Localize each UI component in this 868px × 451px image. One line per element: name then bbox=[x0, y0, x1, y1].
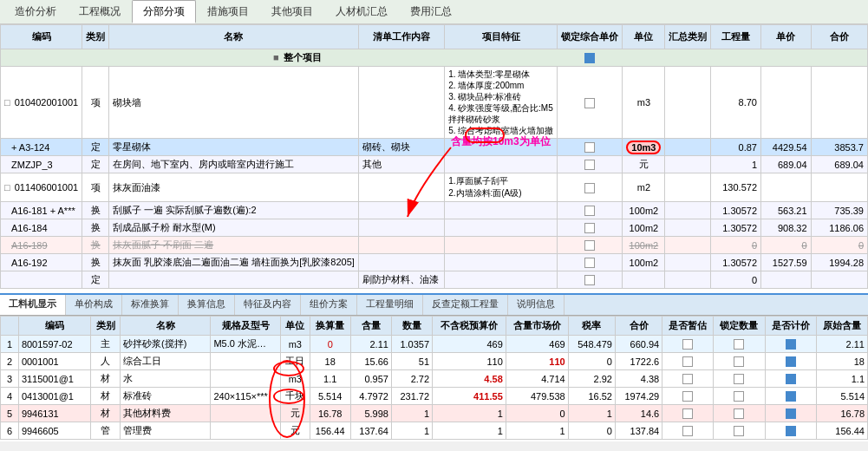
cell-market[interactable]: 110 bbox=[506, 353, 568, 370]
cell-converted[interactable]: 156.44 bbox=[310, 422, 350, 440]
cell-market[interactable]: 1 bbox=[506, 422, 568, 440]
nav-labor-material[interactable]: 人材机汇总 bbox=[324, 0, 399, 23]
nav-measures[interactable]: 措施项目 bbox=[196, 0, 260, 23]
cell-istemp[interactable] bbox=[662, 353, 714, 370]
cell-istemp[interactable] bbox=[662, 388, 714, 405]
cell-name[interactable]: 标准砖 bbox=[121, 388, 211, 405]
nav-project-overview[interactable]: 工程概况 bbox=[68, 0, 132, 23]
cell-name[interactable]: 砌块墙 bbox=[109, 67, 359, 139]
cell-name[interactable]: 抹灰面腻子 不刷面 二遍 bbox=[109, 237, 359, 254]
cell-qty-val[interactable]: 1 bbox=[391, 405, 432, 422]
cell-ispriced[interactable] bbox=[765, 388, 816, 405]
cell-name[interactable]: 零星砌体 bbox=[109, 139, 359, 156]
tab-features-content[interactable]: 特征及内容 bbox=[235, 295, 301, 315]
cell-market[interactable]: 469 bbox=[506, 336, 568, 353]
cell-qty-val[interactable]: 1 bbox=[391, 422, 432, 440]
tab-reverse-query[interactable]: 反查定额工程量 bbox=[423, 295, 508, 315]
cell-locked[interactable] bbox=[558, 173, 623, 202]
cell-ispriced[interactable] bbox=[765, 336, 816, 353]
cell-amount[interactable]: 137.64 bbox=[350, 422, 391, 440]
cell-qty-val[interactable]: 1.0357 bbox=[391, 336, 432, 353]
cell-qty-val[interactable]: 51 bbox=[391, 353, 432, 370]
cell-notax[interactable]: 469 bbox=[433, 336, 506, 353]
cell-qty-val[interactable]: 2.72 bbox=[391, 370, 432, 388]
cell-name[interactable]: 抹灰面油漆 bbox=[109, 173, 359, 202]
cell-qty[interactable]: 130.572 bbox=[711, 173, 761, 202]
cell-lockqty[interactable] bbox=[714, 370, 765, 388]
cell-market[interactable]: 4.714 bbox=[506, 370, 568, 388]
tab-unit-price[interactable]: 单价构成 bbox=[66, 295, 122, 315]
cell-price[interactable]: 1527.59 bbox=[761, 254, 812, 271]
cell-notax[interactable]: 1 bbox=[433, 422, 506, 440]
cell-notax[interactable]: 411.55 bbox=[433, 388, 506, 405]
cell-locked[interactable] bbox=[558, 67, 623, 139]
cell-qty[interactable]: 1.30572 bbox=[711, 202, 761, 219]
cell-name[interactable]: 抹灰面 乳胶漆底油二遍面油二遍 墙柱面换为[乳胶漆8205] bbox=[109, 254, 359, 271]
cell-amount[interactable]: 0.957 bbox=[350, 370, 391, 388]
cell-name[interactable]: 综合工日 bbox=[121, 353, 211, 370]
cell-locked[interactable] bbox=[558, 237, 623, 254]
cell-locked[interactable] bbox=[558, 219, 623, 237]
cell-market[interactable]: 479.538 bbox=[506, 388, 568, 405]
expand-row2-btn[interactable]: □ bbox=[4, 182, 10, 193]
cell-price[interactable]: 908.32 bbox=[761, 219, 812, 237]
cell-lockqty[interactable] bbox=[714, 388, 765, 405]
cell-ispriced[interactable] bbox=[765, 353, 816, 370]
nav-sections[interactable]: 分部分项 bbox=[132, 0, 196, 23]
nav-cost-summary[interactable]: 费用汇总 bbox=[399, 0, 463, 23]
cell-lockqty[interactable] bbox=[714, 405, 765, 422]
cell-qty[interactable]: 0.87 bbox=[711, 139, 761, 156]
cell-locked[interactable] bbox=[558, 254, 623, 271]
cell-qty[interactable]: 8.70 bbox=[711, 67, 761, 139]
cell-amount[interactable]: 2.11 bbox=[350, 336, 391, 353]
cell-amount[interactable]: 5.998 bbox=[350, 405, 391, 422]
cell-qty[interactable]: 1 bbox=[711, 156, 761, 173]
cell-converted[interactable]: 1.1 bbox=[310, 370, 350, 388]
cell-istemp[interactable] bbox=[662, 336, 714, 353]
tab-description[interactable]: 说明信息 bbox=[508, 295, 565, 315]
cell-qty[interactable]: 0 bbox=[711, 271, 761, 289]
cell-name[interactable]: 水 bbox=[121, 370, 211, 388]
cell-notax[interactable]: 110 bbox=[433, 353, 506, 370]
cell-converted[interactable]: 16.78 bbox=[310, 405, 350, 422]
cell-name[interactable] bbox=[109, 271, 359, 289]
cell-price[interactable]: 0 bbox=[761, 237, 812, 254]
cell-locked[interactable] bbox=[558, 156, 623, 173]
cell-name[interactable]: 在房间、地下室内、房内或暗室内进行施工 bbox=[109, 156, 359, 173]
tab-standard-conversion[interactable]: 标准换算 bbox=[122, 295, 179, 315]
cell-ispriced[interactable] bbox=[765, 370, 816, 388]
cell-locked[interactable] bbox=[558, 139, 623, 156]
cell-price[interactable]: 689.04 bbox=[761, 156, 812, 173]
cell-name[interactable]: 其他材料费 bbox=[121, 405, 211, 422]
cell-lockqty[interactable] bbox=[714, 336, 765, 353]
tab-labor-machine[interactable]: 工料机显示 bbox=[0, 295, 66, 315]
cell-lockqty[interactable] bbox=[714, 353, 765, 370]
cell-lockqty[interactable] bbox=[714, 422, 765, 440]
cell-locked[interactable] bbox=[558, 202, 623, 219]
cell-istemp[interactable] bbox=[662, 370, 714, 388]
cell-amount[interactable]: 15.66 bbox=[350, 353, 391, 370]
expand-group-btn[interactable]: ■ bbox=[273, 52, 279, 62]
cell-locked[interactable] bbox=[558, 271, 623, 289]
cell-price[interactable]: 563.21 bbox=[761, 202, 812, 219]
nav-cost-analysis[interactable]: 造价分析 bbox=[3, 0, 68, 23]
cell-converted[interactable]: 5.514 bbox=[310, 388, 350, 405]
cell-qty-val[interactable]: 231.72 bbox=[391, 388, 432, 405]
tab-qty-detail[interactable]: 工程量明细 bbox=[357, 295, 423, 315]
cell-converted[interactable]: 18 bbox=[310, 353, 350, 370]
tab-pricing-plan[interactable]: 组价方案 bbox=[301, 295, 357, 315]
cell-amount[interactable]: 4.7972 bbox=[350, 388, 391, 405]
cell-qty[interactable]: 1.30572 bbox=[711, 219, 761, 237]
cell-notax[interactable]: 4.58 bbox=[433, 370, 506, 388]
cell-market[interactable]: 0 bbox=[506, 405, 568, 422]
tab-conversion-info[interactable]: 换算信息 bbox=[179, 295, 235, 315]
cell-ispriced[interactable] bbox=[765, 422, 816, 440]
cell-name[interactable]: 管理费 bbox=[121, 422, 211, 440]
nav-other[interactable]: 其他项目 bbox=[260, 0, 324, 23]
cell-ispriced[interactable] bbox=[765, 405, 816, 422]
cell-converted[interactable]: 0 bbox=[310, 336, 350, 353]
cell-name[interactable]: 刮腻子 一遍 实际刮腻子遍数(遍):2 bbox=[109, 202, 359, 219]
cell-name[interactable]: 刮成品腻子粉 耐水型(M) bbox=[109, 219, 359, 237]
cell-qty[interactable]: 0 bbox=[711, 237, 761, 254]
cell-price[interactable]: 4429.54 bbox=[761, 139, 812, 156]
